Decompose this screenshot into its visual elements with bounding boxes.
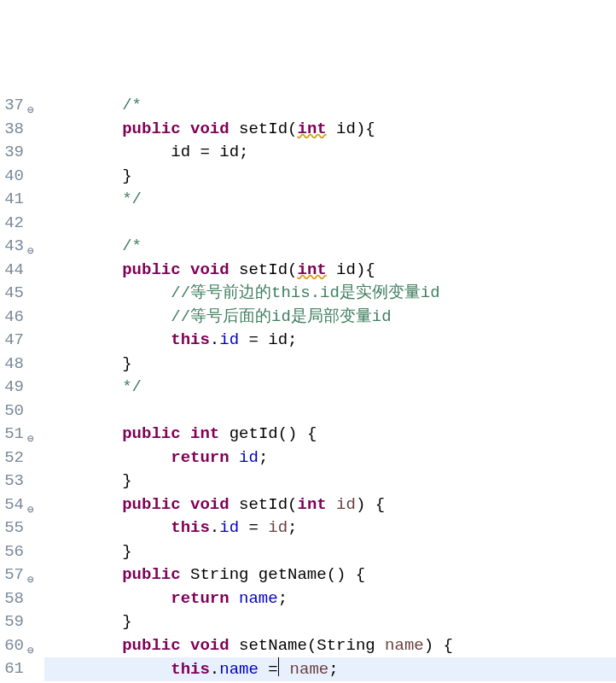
code-line[interactable]: /* bbox=[44, 94, 616, 118]
line-number: 44 bbox=[0, 259, 24, 283]
code-token bbox=[230, 448, 239, 467]
code-token: } bbox=[122, 354, 131, 373]
code-token: */ bbox=[122, 190, 142, 208]
code-token bbox=[230, 120, 239, 138]
fold-toggle-icon[interactable]: ⊖ bbox=[27, 639, 34, 663]
code-token: id bbox=[219, 518, 239, 537]
code-token: public bbox=[122, 495, 180, 514]
code-line[interactable]: } bbox=[44, 470, 616, 493]
code-token: } bbox=[122, 612, 131, 631]
code-token: = bbox=[239, 518, 268, 537]
code-token: name bbox=[290, 660, 329, 679]
code-token: setId( bbox=[239, 260, 297, 279]
code-line[interactable]: //等号前边的this.id是实例变量id bbox=[44, 282, 616, 306]
line-number: 47 bbox=[0, 329, 24, 353]
code-token bbox=[181, 260, 190, 279]
line-number: 59 bbox=[0, 610, 24, 634]
code-token: id bbox=[268, 518, 288, 537]
code-token: String getName() { bbox=[181, 565, 366, 584]
code-line[interactable]: } bbox=[44, 540, 616, 564]
line-number: 51 bbox=[0, 423, 24, 447]
code-line[interactable]: public void setId(int id) { bbox=[44, 493, 616, 517]
code-token: ; bbox=[278, 589, 288, 608]
line-number-gutter: 3738394041424344454647484950515253545556… bbox=[0, 94, 29, 683]
code-token: name bbox=[219, 660, 259, 679]
fold-column[interactable]: ⊖⊖⊖⊖⊖⊖ bbox=[29, 94, 39, 683]
line-number: 54 bbox=[0, 493, 24, 517]
code-token: ) { bbox=[424, 636, 453, 655]
fold-toggle-icon[interactable]: ⊖ bbox=[27, 99, 34, 123]
code-token: setId( bbox=[239, 120, 297, 138]
text-cursor bbox=[278, 657, 280, 676]
code-token: return bbox=[171, 448, 229, 467]
fold-toggle-icon[interactable]: ⊖ bbox=[27, 499, 34, 522]
code-line[interactable]: } bbox=[44, 353, 616, 377]
line-number: 61 bbox=[0, 657, 24, 681]
code-token: public bbox=[122, 565, 180, 584]
code-line[interactable]: return id; bbox=[44, 447, 616, 470]
line-number: 58 bbox=[0, 587, 24, 611]
code-token: id bbox=[239, 448, 259, 467]
fold-toggle-icon[interactable]: ⊖ bbox=[27, 569, 34, 593]
code-token: name bbox=[385, 636, 424, 655]
code-line[interactable]: public int getId() { bbox=[44, 423, 616, 447]
code-token: /* bbox=[122, 236, 142, 255]
code-token: . bbox=[210, 660, 219, 679]
code-token bbox=[230, 636, 239, 655]
code-token: id){ bbox=[327, 260, 375, 279]
code-line[interactable]: */ bbox=[44, 188, 616, 212]
code-line[interactable]: this.id = id; bbox=[44, 329, 616, 353]
code-line[interactable]: /* bbox=[44, 235, 616, 259]
code-token: = bbox=[259, 660, 278, 679]
line-number: 40 bbox=[0, 165, 24, 189]
code-line[interactable]: public void setId(int id){ bbox=[44, 118, 616, 142]
code-line[interactable]: this.id = id; bbox=[44, 517, 616, 540]
code-line[interactable] bbox=[44, 400, 616, 423]
code-token: } bbox=[122, 542, 131, 561]
code-token: */ bbox=[122, 377, 142, 396]
code-token: . bbox=[210, 330, 219, 349]
line-number: 41 bbox=[0, 188, 24, 212]
code-token: id){ bbox=[327, 120, 375, 138]
line-number: 38 bbox=[0, 118, 24, 142]
code-line[interactable]: */ bbox=[44, 376, 616, 400]
code-token: ; bbox=[328, 660, 338, 679]
code-token: setName(String bbox=[239, 636, 385, 655]
line-number: 46 bbox=[0, 306, 24, 330]
line-number: 37 bbox=[0, 94, 24, 118]
code-token: public bbox=[122, 120, 180, 138]
code-token bbox=[230, 495, 239, 514]
code-token bbox=[181, 495, 190, 514]
code-token: public bbox=[122, 260, 180, 279]
code-line[interactable]: } bbox=[44, 610, 616, 634]
code-token: //等号前边的this.id是实例变量id bbox=[171, 283, 439, 302]
code-token: id = id; bbox=[171, 143, 248, 161]
code-token: void bbox=[190, 495, 230, 514]
code-line[interactable]: id = id; bbox=[44, 141, 616, 165]
code-line[interactable]: public String getName() { bbox=[44, 563, 616, 587]
code-token: int bbox=[297, 120, 326, 138]
code-area[interactable]: /*public void setId(int id){id = id;}*//… bbox=[39, 94, 616, 683]
line-number: 50 bbox=[0, 400, 24, 423]
code-token bbox=[230, 589, 239, 608]
code-line[interactable]: public void setId(int id){ bbox=[44, 259, 616, 283]
code-line[interactable]: //等号后面的id是局部变量id bbox=[44, 306, 616, 330]
code-line[interactable]: } bbox=[44, 165, 616, 189]
code-line[interactable]: public void setName(String name) { bbox=[44, 634, 616, 658]
line-number: 43 bbox=[0, 235, 24, 259]
code-token: this bbox=[171, 660, 210, 679]
code-token bbox=[280, 660, 289, 679]
code-line[interactable]: return name; bbox=[44, 587, 616, 611]
code-editor[interactable]: 3738394041424344454647484950515253545556… bbox=[0, 94, 616, 683]
code-token: return bbox=[171, 589, 229, 608]
code-token bbox=[181, 424, 190, 443]
code-token bbox=[181, 636, 190, 655]
fold-toggle-icon[interactable]: ⊖ bbox=[27, 428, 34, 452]
code-token: int bbox=[190, 424, 219, 443]
code-line[interactable]: this.name = name; bbox=[44, 657, 616, 681]
code-token: name bbox=[239, 589, 278, 608]
fold-toggle-icon[interactable]: ⊖ bbox=[27, 240, 34, 264]
code-token: ) { bbox=[356, 495, 385, 514]
code-token bbox=[219, 424, 229, 443]
code-line[interactable] bbox=[44, 212, 616, 236]
